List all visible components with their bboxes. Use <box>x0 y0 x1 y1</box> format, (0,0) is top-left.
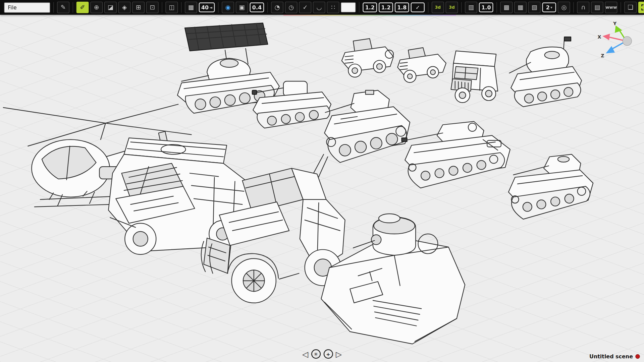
toolbar-separator <box>218 2 218 13</box>
shading-contrast-icon[interactable]: ◪ <box>104 2 117 13</box>
time-icon[interactable]: ◷ <box>285 2 298 13</box>
texture-grid-icon[interactable]: ▦ <box>514 2 527 13</box>
level-field[interactable]: 2▾ <box>542 2 556 12</box>
rotate-frame-icon[interactable]: ◈ <box>118 2 131 13</box>
toolbar-group: ✎ <box>55 2 71 13</box>
toolbar-color-strip <box>283 15 456 15</box>
sketch-lines-icon[interactable]: ✐ <box>76 2 89 13</box>
scene-label: Untitled scene <box>589 353 640 359</box>
fullscreen-icon[interactable] <box>638 2 644 13</box>
shadow-pie-icon[interactable]: ◔ <box>271 2 283 13</box>
opacity-field[interactable]: 0.4 <box>250 2 264 12</box>
toolbar-group: ▩▦▧2▾◎ <box>498 2 572 13</box>
wireframe-sphere-icon[interactable]: ⊕ <box>90 2 103 13</box>
viewport-canvas[interactable]: Y X Z ◁✳+▷ Untitled scene <box>0 15 644 362</box>
lines-checkbox[interactable]: ✓ <box>411 2 425 12</box>
toolbar-group: File <box>2 2 52 13</box>
toolbar-separator <box>428 2 428 13</box>
dashed-frame-icon[interactable]: ⊞ <box>132 2 145 13</box>
scene-name: Untitled scene <box>589 353 633 359</box>
view-gizmo[interactable]: Y X Z <box>589 20 635 58</box>
record-dot-icon[interactable] <box>635 354 640 359</box>
toolbar: File✎✐⊕◪◈⊞⊡◫▦40◄◉▣0.4◔◷✓◡∷1.21.21.8✓3d3d… <box>0 0 644 15</box>
toolbar-group: ▥1.0 <box>463 2 495 13</box>
vehicle-light-tank[interactable] <box>501 148 599 234</box>
grid-icon[interactable]: ▦ <box>185 2 197 13</box>
toolbar-group: ✐⊕◪◈⊞⊡ <box>74 2 161 13</box>
toolbar-separator <box>181 2 181 13</box>
toolbar-separator <box>267 2 268 13</box>
dots-pattern-icon[interactable]: ∷ <box>327 2 339 13</box>
frame-target-icon[interactable]: ⊡ <box>146 2 159 13</box>
toolbar-separator <box>73 2 73 13</box>
web-icon[interactable]: www <box>605 2 618 13</box>
curve-icon[interactable]: ◡ <box>313 2 325 13</box>
toolbar-separator <box>359 2 359 13</box>
bottom-controls: ◁✳+▷ <box>302 349 342 359</box>
headphones-icon[interactable]: ∩ <box>577 2 590 13</box>
focus-dot-icon[interactable]: ◉ <box>222 2 234 13</box>
check-circle-icon[interactable]: ✓ <box>299 2 311 13</box>
axis-x-label: X <box>598 35 601 40</box>
axis-z-label: Z <box>601 53 604 58</box>
toolbar-separator <box>574 2 574 13</box>
gizmo-sphere[interactable] <box>623 37 632 46</box>
toolbar-group: ❏ <box>622 2 644 13</box>
prev-button[interactable]: ◁ <box>302 350 308 359</box>
image-icon[interactable]: ▤ <box>591 2 603 13</box>
vehicle-amphibious-tank[interactable] <box>312 183 476 357</box>
toolbar-separator <box>621 2 621 13</box>
toolbar-group: ◫ <box>163 2 180 13</box>
toolbar-group: 1.21.21.8✓ <box>361 2 427 12</box>
settings-button[interactable]: ✳ <box>311 349 321 359</box>
hatching-icon[interactable]: ▥ <box>465 2 477 13</box>
toolbar-separator <box>53 2 54 13</box>
export-image-icon[interactable]: ✎ <box>57 2 69 13</box>
3d-depth-icon[interactable]: 3d <box>446 2 458 13</box>
vehicle-suv[interactable] <box>446 45 508 109</box>
3d-mode-icon[interactable]: 3d <box>432 2 444 13</box>
aperture-icon[interactable]: ◎ <box>558 2 570 13</box>
app-stage: File✎✐⊕◪◈⊞⊡◫▦40◄◉▣0.4◔◷✓◡∷1.21.21.8✓3d3d… <box>0 0 644 362</box>
screen-pointer-icon[interactable]: ▧ <box>528 2 541 13</box>
background-color-swatch[interactable] <box>341 2 356 12</box>
vehicle-sherman[interactable] <box>503 34 586 126</box>
line-scale-field[interactable]: 1.2 <box>379 2 393 12</box>
toolbar-group: ◔◷✓◡∷ <box>269 2 358 13</box>
vehicle-jeep-1[interactable] <box>339 35 396 82</box>
axis-z-arrow[interactable] <box>606 46 615 53</box>
axis-x-arrow[interactable] <box>602 34 610 40</box>
checker-pattern-icon[interactable]: ▩ <box>500 2 513 13</box>
toolbar-group: ▦40◄ <box>183 2 217 13</box>
depth-cube-icon[interactable]: ▣ <box>236 2 248 13</box>
hatch-scale-field[interactable]: 1.0 <box>479 2 493 12</box>
axis-y-label: Y <box>613 21 616 26</box>
cube-icon[interactable]: ◫ <box>165 2 178 13</box>
toolbar-group: 3d3d <box>430 2 460 13</box>
toolbar-group: ∩▤www <box>575 2 619 13</box>
axis-y-arrow[interactable] <box>615 25 622 33</box>
line-width-field[interactable]: 1.2 <box>363 2 377 12</box>
file-menu[interactable]: File <box>4 2 50 13</box>
toolbar-separator <box>162 2 162 13</box>
line-contrast-field[interactable]: 1.8 <box>395 2 409 12</box>
toolbar-separator <box>461 2 462 13</box>
brush-size-field[interactable]: 40◄ <box>199 2 215 12</box>
next-button[interactable]: ▷ <box>336 350 342 359</box>
windows-icon[interactable]: ❏ <box>624 2 637 13</box>
toolbar-separator <box>497 2 497 13</box>
toolbar-items: File✎✐⊕◪◈⊞⊡◫▦40◄◉▣0.4◔◷✓◡∷1.21.21.8✓3d3d… <box>2 0 644 15</box>
add-button[interactable]: + <box>323 349 333 359</box>
toolbar-group: ◉▣0.4 <box>220 2 266 13</box>
